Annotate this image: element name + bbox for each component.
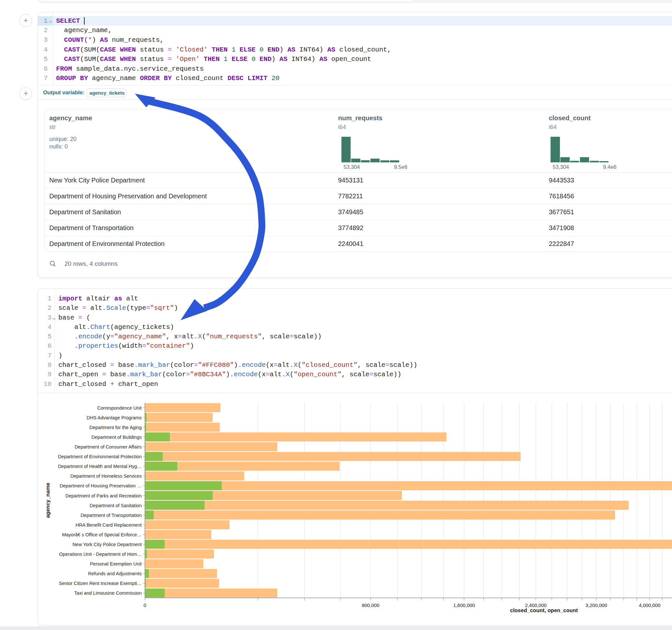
svg-text:Department of Environmental Pr: Department of Environmental Protection: [58, 454, 142, 459]
svg-text:Department of Housing Preserva: Department of Housing Preservation …: [59, 483, 142, 488]
svg-text:Senior Citizen Rent Increase E: Senior Citizen Rent Increase Exempti…: [59, 581, 142, 586]
svg-text:3,200,000: 3,200,000: [585, 602, 607, 608]
svg-text:Department for the Aging: Department for the Aging: [90, 425, 142, 430]
svg-text:Department of Health and Menta: Department of Health and Mental Hyg…: [58, 464, 142, 469]
svg-text:1,600,000: 1,600,000: [453, 602, 475, 608]
svg-text:Mayorâ€ s Office of Special En: Mayorâ€ s Office of Special Enforce…: [62, 532, 142, 537]
svg-text:HRA Benefit Card Replacement: HRA Benefit Card Replacement: [75, 523, 142, 528]
svg-text:Department of Consumer Affairs: Department of Consumer Affairs: [75, 444, 142, 450]
svg-text:DHS Advantage Programs: DHS Advantage Programs: [87, 415, 142, 420]
svg-text:Department of Parks and Recrea: Department of Parks and Recreation: [66, 493, 142, 499]
svg-text:agency_name: agency_name: [45, 483, 51, 518]
svg-text:Refunds and Adjustments: Refunds and Adjustments: [88, 571, 142, 576]
svg-text:Correspondence Unit: Correspondence Unit: [97, 406, 142, 411]
svg-text:800,000: 800,000: [362, 602, 379, 608]
svg-text:New York City Police Departmen: New York City Police Department: [72, 542, 142, 547]
svg-text:Department of Transportation: Department of Transportation: [80, 513, 142, 518]
svg-text:Personal Exemption Unit: Personal Exemption Unit: [90, 561, 142, 566]
svg-text:0: 0: [144, 602, 146, 608]
svg-text:4,000,000: 4,000,000: [639, 602, 661, 608]
svg-text:closed_count, open_count: closed_count, open_count: [510, 607, 578, 613]
svg-text:Department of Buildings: Department of Buildings: [91, 435, 142, 440]
svg-text:Department of Homeless Service: Department of Homeless Services: [70, 474, 142, 479]
svg-text:Taxi and Limousine Commission: Taxi and Limousine Commission: [74, 590, 142, 596]
svg-text:Operations Unit - Department o: Operations Unit - Department of Hom…: [59, 552, 142, 557]
svg-text:Department of Sanitation: Department of Sanitation: [90, 503, 142, 508]
